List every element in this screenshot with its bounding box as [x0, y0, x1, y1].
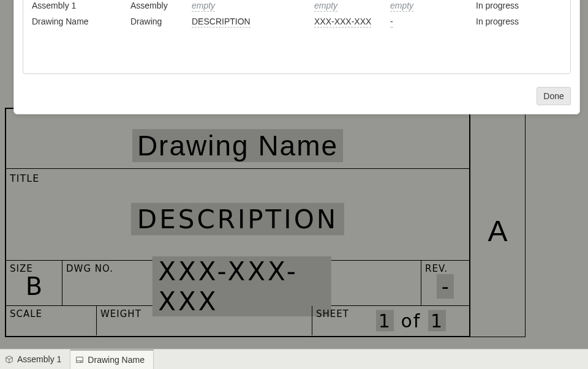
row-number-empty[interactable]: empty [314, 1, 337, 12]
row-state: In progress [476, 1, 570, 10]
svg-rect-0 [77, 357, 83, 363]
tab-assembly-label: Assembly 1 [17, 354, 61, 364]
table-row: Assembly 1 Assembly empty empty empty In… [23, 0, 570, 13]
row-description-empty[interactable]: empty [192, 1, 215, 12]
cube-icon [5, 355, 13, 363]
done-button[interactable]: Done [537, 87, 571, 105]
row-state: In progress [476, 17, 570, 26]
tab-drawing[interactable]: Drawing Name [70, 349, 154, 369]
tab-assembly[interactable]: Assembly 1 [0, 349, 70, 369]
row-description[interactable]: DESCRIPTION [192, 17, 251, 28]
row-type: Drawing [130, 17, 192, 26]
row-name: Drawing Name [32, 17, 130, 26]
row-rev-empty[interactable]: empty [390, 1, 413, 12]
row-name: Assembly 1 [32, 1, 130, 10]
tab-bar: Assembly 1 Drawing Name [0, 349, 588, 369]
row-number[interactable]: XXX-XXX-XXX [314, 17, 371, 28]
drawing-icon [75, 356, 84, 364]
row-rev[interactable]: - [390, 17, 393, 28]
tab-drawing-label: Drawing Name [88, 355, 145, 365]
row-type: Assembly [130, 1, 192, 10]
table-row: Drawing Name Drawing DESCRIPTION XXX-XXX… [23, 13, 570, 29]
properties-dialog: Assembly 1 Assembly empty empty empty In… [13, 0, 580, 114]
properties-table: Assembly 1 Assembly empty empty empty In… [23, 0, 571, 74]
